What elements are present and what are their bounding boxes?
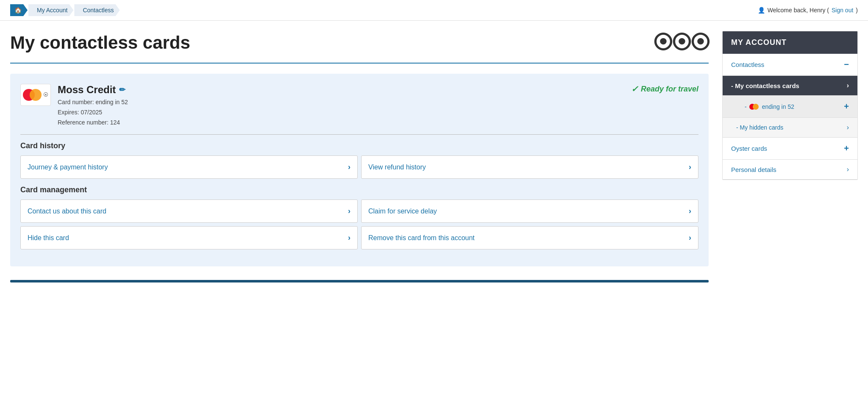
sidebar-item-card-ending-52[interactable]: - ending in 52 + — [723, 96, 857, 118]
contact-us-label: Contact us about this card — [28, 208, 106, 215]
edit-card-name-icon[interactable]: ✏ — [119, 85, 125, 94]
ready-badge: ✓ Ready for travel — [631, 84, 698, 94]
breadcrumb-my-account[interactable]: My Account — [28, 4, 73, 16]
hide-card-chevron: › — [348, 233, 351, 242]
contact-us-chevron: › — [348, 207, 351, 216]
sidebar-item-my-hidden-cards[interactable]: - My hidden cards › — [723, 118, 857, 138]
ready-label: Ready for travel — [641, 85, 698, 94]
mastercard-logo — [23, 89, 42, 101]
bottom-bar — [10, 280, 709, 282]
view-refund-btn[interactable]: View refund history › — [361, 155, 698, 179]
card-name: Moss Credit ✏ — [58, 84, 128, 96]
sidebar-hidden-cards-label: - My hidden cards — [736, 124, 783, 131]
card-details: Card number: ending in 52 Expires: 07/20… — [58, 97, 128, 127]
sidebar-card-ending-label: ending in 52 — [762, 103, 794, 110]
sidebar-item-personal-details[interactable]: Personal details › — [723, 160, 857, 180]
page-layout: My contactless cards ⦿⦿⦿ ⦿ — [0, 21, 868, 293]
page-title-row: My contactless cards ⦿⦿⦿ — [10, 31, 709, 54]
top-nav: 🏠 My Account Contactless 👤 Welcome back,… — [0, 0, 868, 21]
title-divider — [10, 63, 709, 64]
user-greeting: Welcome back, Henry ( — [768, 7, 829, 14]
journey-payment-btn[interactable]: Journey & payment history › — [20, 155, 358, 179]
card-info-left: ⦿ Moss Credit ✏ Card number: ending in 5… — [20, 84, 128, 127]
main-content: My contactless cards ⦿⦿⦿ ⦿ — [10, 31, 709, 282]
sidebar-personal-chevron: › — [847, 166, 849, 173]
view-refund-chevron: › — [689, 163, 691, 172]
sidebar-item-oyster-cards[interactable]: Oyster cards + — [723, 138, 857, 160]
breadcrumb-contactless[interactable]: Contactless — [74, 4, 120, 16]
card-number: Card number: ending in 52 — [58, 97, 128, 108]
sidebar-card-plus: + — [844, 102, 849, 111]
user-icon: 👤 — [758, 7, 765, 14]
sidebar-oyster-plus: + — [844, 144, 849, 153]
remove-card-chevron: › — [689, 233, 691, 242]
sidebar: MY ACCOUNT Contactless − - My contactles… — [722, 31, 858, 180]
sidebar-title: MY ACCOUNT — [723, 31, 857, 54]
card-history-title: Card history — [20, 141, 698, 150]
card-management-actions: Contact us about this card › Claim for s… — [20, 199, 698, 249]
check-icon: ✓ — [631, 84, 638, 94]
hide-card-label: Hide this card — [28, 234, 69, 242]
card-header: ⦿ Moss Credit ✏ Card number: ending in 5… — [20, 84, 698, 127]
card-management-title: Card management — [20, 186, 698, 194]
remove-card-btn[interactable]: Remove this card from this account › — [361, 226, 698, 249]
sidebar-personal-label: Personal details — [731, 166, 776, 173]
sidebar-hidden-cards-chevron: › — [847, 124, 849, 131]
sidebar-contactless-label: Contactless — [731, 61, 764, 68]
sidebar-mc-logo — [749, 104, 759, 110]
sidebar-my-contactless-chevron: › — [847, 82, 849, 89]
journey-payment-chevron: › — [348, 163, 351, 172]
claim-delay-btn[interactable]: Claim for service delay › — [361, 199, 698, 223]
hide-card-btn[interactable]: Hide this card › — [20, 226, 358, 249]
page-title: My contactless cards — [10, 33, 190, 53]
contactless-symbol: ⦿⦿⦿ — [653, 31, 709, 54]
sign-out-link[interactable]: Sign out — [832, 7, 853, 14]
remove-card-label: Remove this card from this account — [368, 234, 475, 242]
breadcrumb-home[interactable]: 🏠 — [10, 4, 28, 16]
card-reference: Reference number: 124 — [58, 118, 128, 128]
card-section: ⦿ Moss Credit ✏ Card number: ending in 5… — [10, 74, 709, 266]
sidebar-minus-card: - — [745, 103, 747, 110]
card-logo: ⦿ — [20, 84, 51, 106]
view-refund-label: View refund history — [368, 163, 426, 171]
card-history-actions: Journey & payment history › View refund … — [20, 155, 698, 179]
card-section-divider — [20, 134, 698, 135]
sidebar-oyster-label: Oyster cards — [731, 145, 767, 152]
journey-payment-label: Journey & payment history — [28, 163, 108, 171]
contact-us-btn[interactable]: Contact us about this card › — [20, 199, 358, 223]
claim-delay-chevron: › — [689, 207, 691, 216]
sidebar-my-contactless-label: - My contactless cards — [731, 82, 799, 89]
mc-circle-orange — [30, 89, 42, 101]
card-expires: Expires: 07/2025 — [58, 108, 128, 118]
sidebar-item-my-contactless-cards[interactable]: - My contactless cards › — [723, 76, 857, 96]
nfc-icon: ⦿ — [43, 92, 48, 98]
user-info: 👤 Welcome back, Henry (Sign out) — [758, 7, 858, 14]
breadcrumb: 🏠 My Account Contactless — [10, 4, 121, 16]
sidebar-item-contactless[interactable]: Contactless − — [723, 54, 857, 76]
claim-delay-label: Claim for service delay — [368, 208, 437, 215]
sidebar-contactless-minus: − — [844, 60, 849, 69]
card-name-block: Moss Credit ✏ Card number: ending in 52 … — [58, 84, 128, 127]
